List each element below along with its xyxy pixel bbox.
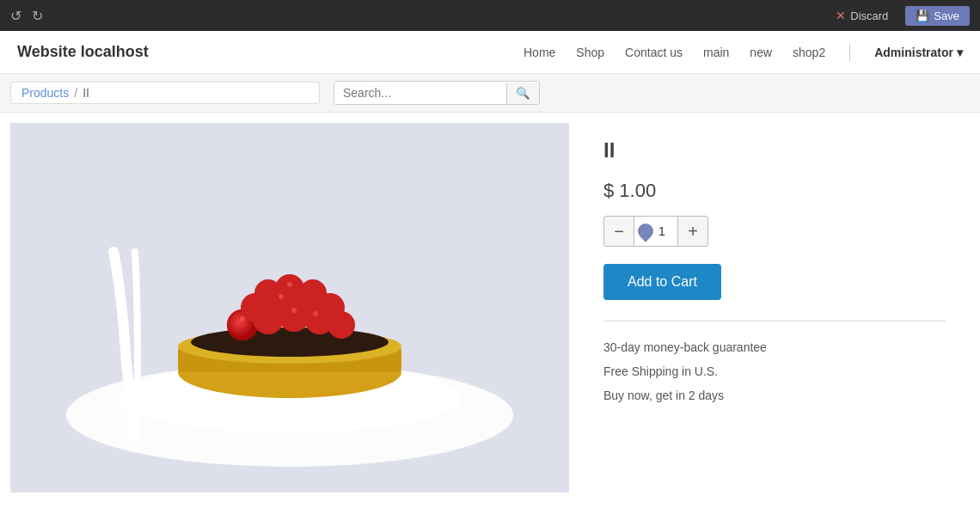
admin-label: Administrator <box>874 46 953 59</box>
breadcrumb-parent-link[interactable]: Products <box>21 86 69 100</box>
svg-point-21 <box>291 308 297 313</box>
undo-icon[interactable]: ↺ <box>10 8 21 24</box>
quantity-increase-button[interactable]: + <box>677 216 708 247</box>
breadcrumb-separator: / <box>74 86 77 100</box>
quantity-decrease-button[interactable]: − <box>603 216 634 247</box>
discard-button[interactable]: ✕ Discard <box>825 5 898 26</box>
breadcrumb-current: II <box>83 86 89 100</box>
product-divider <box>603 321 946 321</box>
search-button[interactable]: 🔍 <box>506 83 539 104</box>
site-title: Website localhost <box>17 43 524 61</box>
save-floppy-icon: 💾 <box>916 9 929 22</box>
product-price: $ 1.00 <box>603 180 946 202</box>
guarantee-item-3: Buy now, get in 2 days <box>603 383 946 407</box>
admin-menu[interactable]: Administrator ▾ <box>874 46 963 59</box>
quantity-display: 1 <box>634 216 677 247</box>
product-name: II <box>603 138 946 162</box>
nav-separator <box>849 44 850 61</box>
nav-home[interactable]: Home <box>524 46 555 59</box>
product-details: II $ 1.00 − 1 + Add to Cart 30-day money… <box>569 113 980 493</box>
svg-point-20 <box>240 316 245 321</box>
add-to-cart-button[interactable]: Add to Cart <box>603 264 721 300</box>
nav-shop2[interactable]: shop2 <box>793 46 825 59</box>
guarantee-item-2: Free Shipping in U.S. <box>603 359 946 383</box>
discard-label: Discard <box>850 9 888 22</box>
guarantee-item-1: 30-day money-back guarantee <box>603 335 946 359</box>
product-image <box>10 123 569 493</box>
nav-new[interactable]: new <box>750 46 772 59</box>
svg-point-22 <box>313 311 318 316</box>
nav-main[interactable]: main <box>703 46 729 59</box>
quantity-selector: − 1 + <box>603 216 946 247</box>
svg-point-19 <box>299 279 327 307</box>
search-input[interactable] <box>334 82 506 104</box>
quantity-droplet-icon <box>634 220 656 242</box>
nav-contact[interactable]: Contact us <box>625 46 683 59</box>
svg-point-24 <box>287 282 292 287</box>
breadcrumb: Products / II <box>10 82 320 104</box>
product-image-svg <box>10 123 569 493</box>
product-guarantees: 30-day money-back guarantee Free Shippin… <box>603 335 946 407</box>
navbar: Website localhost Home Shop Contact us m… <box>0 31 980 74</box>
save-label: Save <box>934 9 959 22</box>
main-content: II $ 1.00 − 1 + Add to Cart 30-day money… <box>0 113 980 493</box>
discard-x-icon: ✕ <box>836 9 846 22</box>
svg-point-23 <box>279 294 284 299</box>
nav-links: Home Shop Contact us main new shop2 Admi… <box>524 44 963 61</box>
save-button[interactable]: 💾 Save <box>905 6 970 26</box>
redo-icon[interactable]: ↻ <box>32 8 43 24</box>
topbar: ↺ ↻ ✕ Discard 💾 Save <box>0 0 980 31</box>
svg-point-6 <box>191 327 389 357</box>
search-icon: 🔍 <box>516 87 530 100</box>
quantity-value: 1 <box>658 224 665 238</box>
nav-shop[interactable]: Shop <box>576 46 604 59</box>
chevron-down-icon: ▾ <box>957 46 963 59</box>
search-container: 🔍 <box>334 81 540 105</box>
breadcrumb-bar: Products / II 🔍 <box>0 74 980 113</box>
